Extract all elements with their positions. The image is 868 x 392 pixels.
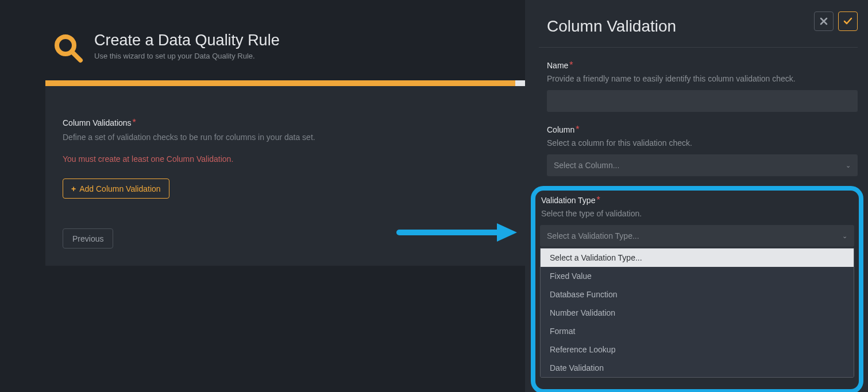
column-select-placeholder: Select a Column...: [554, 161, 619, 170]
main-region: Create a Data Quality Rule Use this wiza…: [0, 0, 525, 392]
validation-type-label: Validation Type: [540, 196, 595, 205]
validation-type-option[interactable]: Reference Lookup: [541, 340, 854, 359]
add-column-validation-label: Add Column Validation: [79, 184, 160, 193]
section-help: Define a set of validation checks to be …: [63, 133, 508, 142]
validation-type-option[interactable]: Fixed Value: [541, 267, 854, 285]
validation-type-option[interactable]: Database Function: [541, 285, 854, 304]
progress-fill: [45, 80, 515, 86]
section-label: Column Validations: [63, 118, 132, 127]
name-label: Name: [547, 61, 568, 70]
check-icon: [843, 17, 852, 25]
validation-type-option[interactable]: Select a Validation Type...: [541, 249, 854, 267]
chevron-down-icon: ⌄: [846, 162, 851, 169]
svg-line-1: [72, 52, 80, 60]
page-header: Create a Data Quality Rule Use this wiza…: [52, 32, 280, 64]
chevron-down-icon: ⌄: [842, 232, 847, 240]
validation-type-select[interactable]: Select a Validation Type... ⌄: [540, 225, 854, 247]
validation-type-placeholder: Select a Validation Type...: [547, 231, 639, 240]
magnifier-icon: [52, 32, 84, 64]
page-subtitle: Use this wizard to set up your Data Qual…: [94, 52, 280, 60]
validation-type-help: Select the type of validation.: [540, 209, 854, 218]
wizard-card: Column Validations* Define a set of vali…: [45, 80, 525, 266]
previous-button-label: Previous: [72, 234, 103, 243]
plus-icon: +: [71, 184, 76, 193]
name-field-group: Name* Provide a friendly name to easily …: [539, 60, 858, 112]
column-field-group: Column* Select a column for this validat…: [539, 125, 858, 176]
progress-track: [45, 80, 525, 86]
panel-title: Column Validation: [539, 7, 676, 36]
column-label: Column: [547, 125, 574, 134]
panel-cancel-button[interactable]: [814, 11, 834, 31]
column-help: Select a column for this validation chec…: [547, 138, 858, 148]
validation-type-option[interactable]: Date Validation: [541, 359, 854, 377]
previous-button[interactable]: Previous: [63, 228, 113, 249]
validation-type-option[interactable]: Number Validation: [541, 304, 854, 322]
name-help: Provide a friendly name to easily identi…: [547, 74, 858, 83]
required-star-icon: *: [576, 125, 579, 134]
column-select[interactable]: Select a Column... ⌄: [547, 154, 858, 176]
name-input[interactable]: [547, 90, 858, 112]
required-star-icon: *: [596, 195, 600, 205]
close-icon: [820, 17, 828, 25]
validation-type-highlight: Validation Type* Select the type of vali…: [531, 186, 863, 392]
page-title: Create a Data Quality Rule: [94, 32, 280, 49]
section-error: You must create at least one Column Vali…: [63, 154, 508, 164]
validation-type-option[interactable]: Format: [541, 322, 854, 340]
panel-confirm-button[interactable]: [838, 11, 858, 31]
validation-type-dropdown: Select a Validation Type...Fixed ValueDa…: [540, 248, 854, 378]
required-star-icon: *: [133, 118, 136, 127]
required-star-icon: *: [569, 60, 573, 70]
add-column-validation-button[interactable]: + Add Column Validation: [63, 178, 169, 199]
